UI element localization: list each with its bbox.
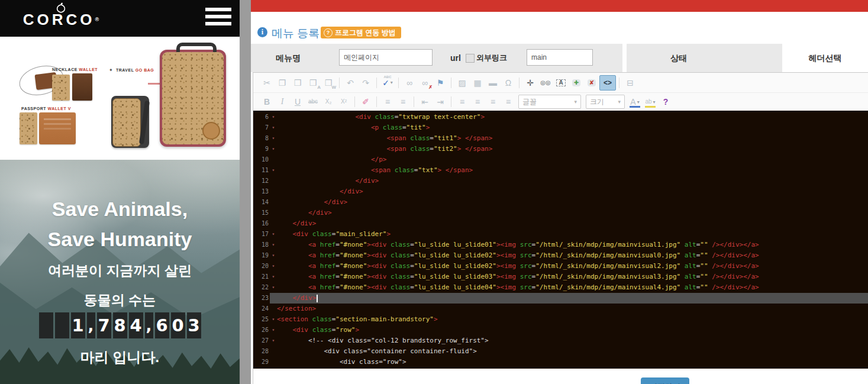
code-line-12[interactable]: 12 </div> <box>253 176 868 186</box>
program-link-help-button[interactable]: ? 프로그램 연동 방법 <box>321 27 401 38</box>
cut-button[interactable]: ✂ <box>259 76 275 90</box>
table-button[interactable]: ▦ <box>470 76 485 90</box>
bg-color-button[interactable]: ab▾ <box>643 95 658 109</box>
fold-arrow-icon[interactable]: ▾ <box>270 144 277 154</box>
align-left-icon: ≡ <box>460 98 464 106</box>
code-line-17[interactable]: 17▾ <div class="main_slider"> <box>253 229 868 240</box>
select-all-button[interactable]: A <box>553 76 569 90</box>
find-replace-button[interactable]: ◎◎ <box>538 76 553 90</box>
fold-arrow-icon[interactable]: ▾ <box>270 229 277 240</box>
editor-toolbar-row2: BIUabcX₂X²✐≡≡⇤⇥≡≡≡≡글꼴▾크기▾A▾ab▾? <box>253 93 868 111</box>
code-line-15[interactable]: 15 </div> <box>253 208 868 218</box>
undo-button[interactable]: ↶ <box>343 76 358 90</box>
subscript-button[interactable]: X₂ <box>321 95 336 109</box>
code-line-23[interactable]: 23 </div> <box>253 293 868 304</box>
ordered-list-button[interactable]: ≡ <box>380 95 395 109</box>
code-line-13[interactable]: 13 </div> <box>253 186 868 197</box>
code-line-24[interactable]: 24</section> <box>253 304 868 314</box>
help-button[interactable]: ? <box>658 95 673 109</box>
bold-button[interactable]: B <box>259 95 275 109</box>
code-line-30[interactable]: 30 <div class="col-12 col-xl-7 brandstor… <box>253 367 868 369</box>
strikethrough-button[interactable]: abc <box>305 95 321 109</box>
fold-arrow-icon[interactable]: ▾ <box>270 335 277 346</box>
fold-arrow-icon[interactable]: ▾ <box>270 325 277 335</box>
small-backpack-image[interactable] <box>111 96 149 148</box>
fold-arrow-icon[interactable]: ▾ <box>270 165 277 176</box>
font-select[interactable]: 글꼴▾ <box>518 95 581 109</box>
size-select[interactable]: 크기▾ <box>586 95 625 109</box>
fold-arrow-icon[interactable]: ▾ <box>270 314 277 325</box>
large-backpack-image[interactable] <box>160 50 226 147</box>
paste-from-word-button[interactable]: ❒W <box>321 76 336 90</box>
code-line-22[interactable]: 22▾ <a href="#none"><div class="lu_slide… <box>253 282 868 293</box>
code-line-19[interactable]: 19▾ <a href="#none"><div class="lu_slide… <box>253 250 868 261</box>
line-number: 9 <box>253 144 269 154</box>
align-center-button[interactable]: ≡ <box>470 95 485 109</box>
indent-button[interactable]: ⇥ <box>433 95 448 109</box>
text-color-button[interactable]: A▾ <box>627 95 643 109</box>
align-right-button[interactable]: ≡ <box>485 95 501 109</box>
copy-button[interactable]: ❐ <box>275 76 290 90</box>
italic-button[interactable]: I <box>275 95 290 109</box>
site-logo[interactable]: CORCO® <box>22 2 99 27</box>
fold-arrow-icon[interactable]: ▾ <box>270 112 277 122</box>
special-char-button[interactable]: Ω <box>501 76 516 90</box>
code-line-7[interactable]: 7▾ <p class="tit"> <box>253 122 868 133</box>
maximize-button[interactable]: ✛ <box>522 76 538 90</box>
horizontal-line-button[interactable]: ▬ <box>485 76 501 90</box>
code-line-27[interactable]: 27▾ <!-- <div class="col-12 brandstory_r… <box>253 335 868 346</box>
code-line-21[interactable]: 21▾ <a href="#none"><div class="lu_slide… <box>253 272 868 282</box>
unordered-list-button[interactable]: ≡ <box>395 95 411 109</box>
remove-format-button[interactable]: ✐ <box>358 95 373 109</box>
code-line-9[interactable]: 9▾ <span class="tit2"> </span> <box>253 144 868 154</box>
paste-button[interactable]: ❒ <box>290 76 305 90</box>
link-button[interactable]: ∞ <box>402 76 417 90</box>
code-text: <div class="container container-fluid"> <box>277 346 477 357</box>
code-line-8[interactable]: 8▾ <span class="tit1"> </span> <box>253 133 868 144</box>
code-line-11[interactable]: 11▾ <span class="txt"> </span> <box>253 165 868 176</box>
code-line-14[interactable]: 14 </div> <box>253 197 868 208</box>
source-button[interactable]: <> <box>599 75 616 91</box>
code-line-18[interactable]: 18▾ <a href="#none"><div class="lu_slide… <box>253 240 868 250</box>
anchor-flag-button[interactable]: ⚑ <box>433 76 448 90</box>
fold-arrow-icon[interactable]: ▾ <box>270 282 277 293</box>
outdent-button[interactable]: ⇤ <box>417 95 433 109</box>
underline-button[interactable]: U <box>290 95 305 109</box>
code-line-20[interactable]: 20▾ <a href="#none"><div class="lu_slide… <box>253 261 868 272</box>
url-input[interactable] <box>527 49 593 66</box>
redo-button[interactable]: ↷ <box>358 76 373 90</box>
fold-arrow-icon[interactable]: ▾ <box>270 122 277 133</box>
align-justify-button[interactable]: ≡ <box>501 95 516 109</box>
save-button[interactable]: 저장하기 <box>641 377 689 384</box>
menu-name-input[interactable] <box>339 49 433 66</box>
paste-as-text-button[interactable]: ❒A <box>305 76 321 90</box>
fold-arrow-icon[interactable]: ▾ <box>270 240 277 250</box>
unlink-button[interactable]: ∞✗ <box>417 76 433 90</box>
superscript-icon: X² <box>341 99 347 105</box>
code-line-10[interactable]: 10 </p> <box>253 154 868 165</box>
code-line-6[interactable]: 6▾ <div class="txtwrap text-center"> <box>253 112 868 122</box>
hamburger-menu-icon[interactable] <box>205 8 231 27</box>
fold-arrow-icon[interactable]: ▾ <box>270 250 277 261</box>
balloon-add-button[interactable]: ✚ <box>569 76 584 90</box>
spell-check-button[interactable]: ABC✓▾ <box>380 76 395 90</box>
align-left-button[interactable]: ≡ <box>454 95 470 109</box>
image-button[interactable]: ▨ <box>454 76 470 90</box>
code-line-16[interactable]: 16 </div> <box>253 218 868 229</box>
menu-name-label: 메뉴명 <box>276 44 301 72</box>
external-link-checkbox[interactable] <box>466 54 475 63</box>
code-line-29[interactable]: 29 <div class="row"> <box>253 357 868 367</box>
balloon-remove-button[interactable]: ✘ <box>584 76 599 90</box>
fold-arrow-icon[interactable]: ▾ <box>270 133 277 144</box>
print-button[interactable]: ⊟ <box>622 76 638 90</box>
fold-arrow-icon[interactable]: ▾ <box>270 272 277 282</box>
fold-arrow-icon[interactable]: ▾ <box>270 261 277 272</box>
code-line-25[interactable]: 25▾<section class="section-main-brandsto… <box>253 314 868 325</box>
link-icon: ∞ <box>406 79 412 87</box>
code-text: </div> <box>277 293 318 304</box>
superscript-button[interactable]: X² <box>336 95 351 109</box>
code-line-28[interactable]: 28 <div class="container container-fluid… <box>253 346 868 357</box>
counter-digit: 6 <box>155 312 169 338</box>
code-line-26[interactable]: 26▾ <div class="row"> <box>253 325 868 335</box>
source-code-area[interactable]: 6▾ <div class="txtwrap text-center">7▾ <… <box>253 111 868 369</box>
